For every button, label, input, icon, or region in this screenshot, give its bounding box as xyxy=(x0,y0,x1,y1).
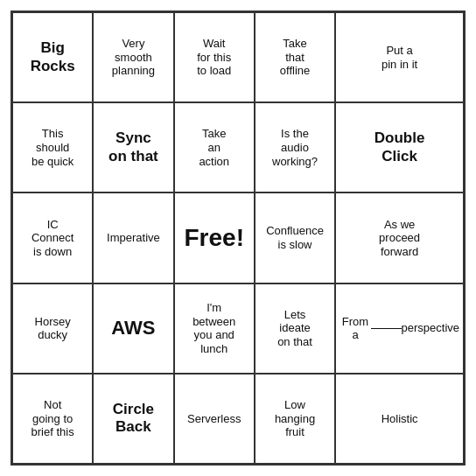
bingo-cell-r0c3[interactable]: Takethatoffline xyxy=(255,12,335,102)
bingo-cell-r1c2[interactable]: Takeanaction xyxy=(174,102,255,192)
bingo-cell-r0c4[interactable]: Put apin in it xyxy=(335,12,464,102)
bingo-cell-r2c3[interactable]: Confluenceis slow xyxy=(255,192,335,283)
bingo-cell-r1c4[interactable]: DoubleClick xyxy=(335,102,464,192)
bingo-cell-r3c3[interactable]: Letsideateon that xyxy=(255,284,335,374)
bingo-cell-r1c3[interactable]: Is theaudioworking? xyxy=(255,102,335,192)
bingo-cell-r4c0[interactable]: Notgoing tobrief this xyxy=(12,374,93,464)
bingo-cell-r0c1[interactable]: Verysmoothplanning xyxy=(93,12,173,102)
bingo-cell-r0c0[interactable]: BigRocks xyxy=(12,12,93,102)
bingo-cell-r4c4[interactable]: Holistic xyxy=(335,374,464,464)
bingo-cell-r2c2[interactable]: Free! xyxy=(174,192,255,283)
bingo-cell-r2c0[interactable]: ICConnectis down xyxy=(12,192,93,283)
bingo-cell-r1c1[interactable]: Syncon that xyxy=(93,102,173,192)
bingo-cell-r3c1[interactable]: AWS xyxy=(93,284,173,374)
bingo-cell-r2c1[interactable]: Imperative xyxy=(93,192,173,283)
bingo-board: BigRocksVerysmoothplanningWaitfor thisto… xyxy=(10,10,466,466)
bingo-cell-r3c0[interactable]: Horseyducky xyxy=(12,284,93,374)
bingo-cell-r0c2[interactable]: Waitfor thisto load xyxy=(174,12,255,102)
bingo-cell-r4c1[interactable]: CircleBack xyxy=(93,374,173,464)
bingo-cell-r2c4[interactable]: As weproceedforward xyxy=(335,192,464,283)
bingo-cell-r4c3[interactable]: Lowhangingfruit xyxy=(255,374,335,464)
bingo-cell-r3c2[interactable]: I'mbetweenyou andlunch xyxy=(174,284,255,374)
bingo-cell-r1c0[interactable]: Thisshouldbe quick xyxy=(12,102,93,192)
bingo-cell-r4c2[interactable]: Serverless xyxy=(174,374,255,464)
bingo-cell-r3c4[interactable]: From aperspective xyxy=(335,284,464,374)
